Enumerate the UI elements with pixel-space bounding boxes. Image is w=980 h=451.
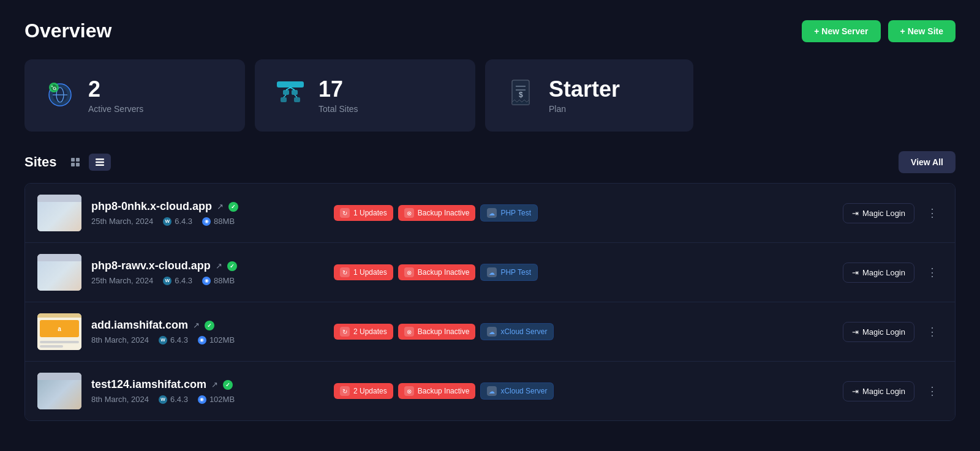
wp-icon: W bbox=[163, 217, 172, 226]
stat-plan-label: Plan bbox=[549, 104, 620, 114]
site-wp-version: W 6.4.3 bbox=[163, 276, 192, 285]
tag-label: PHP Test bbox=[500, 268, 531, 277]
new-site-button[interactable]: + New Site bbox=[888, 20, 956, 42]
site-thumbnail bbox=[37, 373, 81, 409]
site-tag: ⊗Backup Inactive bbox=[398, 264, 476, 280]
backup-icon: ⊗ bbox=[404, 208, 414, 218]
site-actions: ⇥ Magic Login ⋮ bbox=[843, 381, 943, 401]
info-icon: ☁ bbox=[487, 386, 497, 396]
site-date: 25th March, 2024 bbox=[91, 217, 153, 226]
svg-rect-9 bbox=[283, 90, 289, 95]
wp-icon: W bbox=[163, 277, 172, 285]
updates-icon: ↻ bbox=[340, 267, 350, 277]
site-name-row: php8-rawv.x-cloud.app ↗ bbox=[91, 259, 324, 272]
backup-icon: ⊗ bbox=[404, 386, 414, 396]
svg-rect-23 bbox=[71, 163, 75, 166]
view-all-button[interactable]: View All bbox=[899, 151, 956, 173]
site-tags: ↻1 Updates⊗Backup Inactive☁PHP Test bbox=[334, 264, 833, 281]
magic-login-button[interactable]: ⇥ Magic Login bbox=[843, 203, 914, 223]
disk-icon: ◉ bbox=[198, 336, 206, 345]
site-info: php8-rawv.x-cloud.app ↗ 25th March, 2024… bbox=[91, 259, 324, 285]
site-date: 25th March, 2024 bbox=[91, 276, 153, 285]
site-date: 8th March, 2024 bbox=[91, 335, 149, 345]
wp-icon: W bbox=[159, 395, 167, 404]
site-info: php8-0nhk.x-cloud.app ↗ 25th March, 2024… bbox=[91, 200, 324, 226]
site-row: php8-0nhk.x-cloud.app ↗ 25th March, 2024… bbox=[25, 184, 955, 243]
svg-rect-22 bbox=[76, 158, 80, 162]
grid-view-button[interactable] bbox=[64, 154, 86, 171]
stat-sites-number: 17 bbox=[318, 77, 358, 102]
svg-rect-24 bbox=[76, 163, 80, 166]
site-tag: ↻2 Updates bbox=[334, 383, 393, 399]
site-wp-version: W 6.4.3 bbox=[159, 395, 188, 404]
more-options-button[interactable]: ⋮ bbox=[922, 263, 943, 281]
tag-label: 2 Updates bbox=[353, 387, 387, 395]
site-name-row: php8-0nhk.x-cloud.app ↗ bbox=[91, 200, 324, 213]
site-status-active bbox=[223, 380, 233, 390]
site-tag: ↻1 Updates bbox=[334, 264, 393, 280]
site-tag: ☁xCloud Server bbox=[480, 382, 554, 400]
svg-line-11 bbox=[286, 88, 290, 90]
stat-card-plan: $ Starter Plan bbox=[485, 59, 693, 132]
header-buttons: + New Server + New Site bbox=[802, 20, 956, 42]
site-thumbnail bbox=[37, 254, 81, 291]
svg-text:G: G bbox=[53, 86, 56, 91]
tag-label: PHP Test bbox=[500, 209, 531, 217]
page-header: Overview + New Server + New Site bbox=[24, 20, 956, 42]
backup-icon: ⊗ bbox=[404, 267, 414, 277]
site-row: test124.iamshifat.com ↗ 8th March, 2024 … bbox=[25, 362, 955, 420]
backup-icon: ⊗ bbox=[404, 327, 414, 337]
stat-cards: G 2 Active Servers 17 Total Sites bbox=[24, 59, 956, 132]
svg-rect-26 bbox=[96, 162, 104, 163]
site-tags: ↻2 Updates⊗Backup Inactive☁xCloud Server bbox=[334, 382, 833, 400]
info-icon: ☁ bbox=[487, 208, 497, 218]
site-disk-size: ◉ 102MB bbox=[198, 395, 235, 404]
view-toggle bbox=[64, 154, 111, 171]
site-meta: 25th March, 2024 W 6.4.3 ◉ 88MB bbox=[91, 276, 324, 285]
site-row: a add.iamshifat.com ↗ 8th March, 2024 W … bbox=[25, 302, 955, 362]
tag-label: Backup Inactive bbox=[418, 209, 470, 217]
stat-card-sites: 17 Total Sites bbox=[255, 59, 475, 132]
disk-icon: ◉ bbox=[202, 217, 211, 226]
more-options-button[interactable]: ⋮ bbox=[922, 382, 943, 400]
login-arrow-icon: ⇥ bbox=[852, 327, 859, 337]
svg-rect-27 bbox=[96, 165, 104, 166]
svg-rect-25 bbox=[96, 158, 104, 160]
site-tags: ↻1 Updates⊗Backup Inactive☁PHP Test bbox=[334, 204, 833, 222]
new-server-button[interactable]: + New Server bbox=[802, 20, 880, 42]
site-disk-size: ◉ 102MB bbox=[198, 335, 235, 345]
external-link-icon[interactable]: ↗ bbox=[217, 202, 224, 211]
external-link-icon[interactable]: ↗ bbox=[216, 261, 222, 270]
svg-rect-13 bbox=[281, 97, 287, 102]
sites-title-group: Sites bbox=[24, 154, 111, 171]
magic-login-label: Magic Login bbox=[862, 327, 905, 337]
site-disk-size: ◉ 88MB bbox=[202, 276, 235, 285]
magic-login-label: Magic Login bbox=[862, 268, 905, 277]
site-thumbnail bbox=[37, 195, 81, 231]
site-tag: ⊗Backup Inactive bbox=[398, 383, 476, 399]
site-tag: ↻2 Updates bbox=[334, 324, 393, 340]
login-arrow-icon: ⇥ bbox=[852, 268, 859, 277]
magic-login-button[interactable]: ⇥ Magic Login bbox=[843, 263, 914, 283]
magic-login-button[interactable]: ⇥ Magic Login bbox=[843, 322, 914, 342]
list-view-button[interactable] bbox=[89, 154, 111, 171]
more-options-button[interactable]: ⋮ bbox=[922, 204, 943, 222]
external-link-icon[interactable]: ↗ bbox=[193, 321, 200, 330]
svg-rect-10 bbox=[292, 90, 298, 95]
more-options-button[interactable]: ⋮ bbox=[922, 322, 943, 341]
site-status-active bbox=[205, 321, 214, 330]
stat-plan-text: Starter Plan bbox=[549, 77, 620, 114]
site-meta: 8th March, 2024 W 6.4.3 ◉ 102MB bbox=[91, 395, 324, 404]
site-disk-size: ◉ 88MB bbox=[202, 217, 235, 226]
site-tag: ⊗Backup Inactive bbox=[398, 205, 476, 221]
site-row: php8-rawv.x-cloud.app ↗ 25th March, 2024… bbox=[25, 243, 955, 302]
svg-text:$: $ bbox=[519, 91, 523, 99]
tag-label: Backup Inactive bbox=[418, 387, 470, 395]
svg-line-12 bbox=[290, 88, 295, 90]
site-name: test124.iamshifat.com bbox=[91, 378, 206, 391]
magic-login-button[interactable]: ⇥ Magic Login bbox=[843, 381, 914, 401]
external-link-icon[interactable]: ↗ bbox=[211, 380, 218, 389]
wp-icon: W bbox=[159, 336, 167, 345]
site-info: add.iamshifat.com ↗ 8th March, 2024 W 6.… bbox=[91, 319, 324, 345]
tag-label: Backup Inactive bbox=[418, 327, 470, 336]
